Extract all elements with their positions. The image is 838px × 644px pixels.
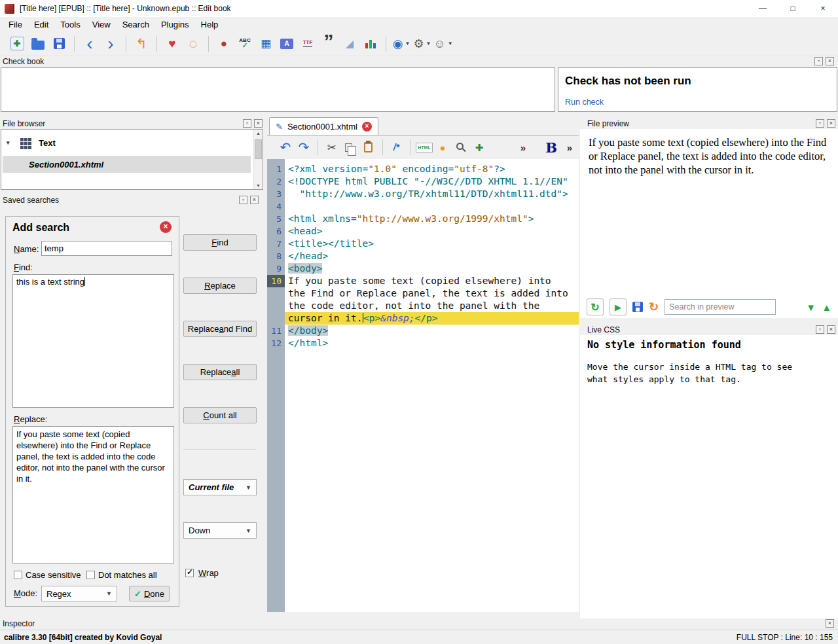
cut-button[interactable]: ✂ xyxy=(323,138,340,156)
menu-search[interactable]: Search xyxy=(117,18,155,31)
bold-button[interactable]: B xyxy=(543,138,560,156)
dot-matches-all-checkbox[interactable] xyxy=(86,571,95,579)
remove-unused-css-button[interactable]: ◢ xyxy=(340,33,359,54)
close-button[interactable]: × xyxy=(808,0,838,17)
tab-section0001[interactable]: ✎ Section0001.xhtml × xyxy=(269,117,378,135)
saved-searches-close-button[interactable]: × xyxy=(250,196,259,204)
save-book-button[interactable] xyxy=(49,33,69,54)
donate-button[interactable]: ♥ xyxy=(162,33,182,54)
create-checkpoint-button[interactable]: ◌ xyxy=(183,33,203,54)
menu-plugins[interactable]: Plugins xyxy=(155,18,195,31)
code-line[interactable]: 10If you paste some text (copied elsewhe… xyxy=(267,275,579,287)
saved-searches-float-button[interactable]: ▫ xyxy=(239,196,247,204)
menu-file[interactable]: File xyxy=(3,18,28,31)
insert-image-button[interactable]: ● xyxy=(434,138,451,156)
insert-comment-button[interactable]: /* xyxy=(388,138,405,156)
tree-group-text[interactable]: ▾ Text xyxy=(1,134,263,151)
code-line[interactable]: 11</body> xyxy=(267,325,579,337)
menu-tools[interactable]: Tools xyxy=(54,18,86,31)
file-preview-close-button[interactable]: × xyxy=(827,119,835,128)
code-line[interactable]: the code editor, not into the panel with… xyxy=(267,300,579,312)
smarten-punctuation-button[interactable]: ” xyxy=(319,31,338,52)
code-line[interactable]: 3 "http://www.w3.org/TR/xhtml11/DTD/xhtm… xyxy=(267,188,579,200)
code-line[interactable]: 7<title></title> xyxy=(267,238,579,250)
code-line[interactable]: 1<?xml version="1.0" encoding="utf-8"?> xyxy=(267,163,579,175)
find-button[interactable]: Find xyxy=(183,234,257,251)
done-button[interactable]: ✓ Done xyxy=(129,586,170,601)
check-results-list[interactable] xyxy=(1,67,555,112)
file-browser-float-button[interactable]: ▫ xyxy=(243,119,251,128)
find-input[interactable]: this is a text string xyxy=(12,274,174,408)
wrap-checkbox[interactable] xyxy=(185,569,194,577)
manage-images-button[interactable]: A xyxy=(277,33,297,54)
scrollbar-thumb[interactable] xyxy=(255,139,262,159)
more-tools-button[interactable]: » xyxy=(515,138,532,156)
go-forward-button[interactable]: › xyxy=(101,33,120,54)
replace-all-button[interactable]: Replace all xyxy=(183,364,257,380)
run-preview-button[interactable]: ▶ xyxy=(610,298,627,315)
save-preview-icon[interactable] xyxy=(632,302,643,312)
check-book-button[interactable]: ● xyxy=(214,33,234,54)
search-scope-select[interactable]: Current file ▼ xyxy=(183,479,257,495)
code-line[interactable]: 2<!DOCTYPE html PUBLIC "-//W3C//DTD XHTM… xyxy=(267,175,579,188)
file-browser-close-button[interactable]: × xyxy=(254,119,263,128)
file-browser-scrollbar[interactable]: ▲ ▼ xyxy=(253,130,263,189)
case-sensitive-checkbox[interactable] xyxy=(14,571,22,579)
run-check-link[interactable]: Run check xyxy=(565,98,604,107)
manage-fonts-button[interactable]: TTF xyxy=(298,33,318,54)
live-css-float-button[interactable]: ▫ xyxy=(816,325,824,334)
refresh-preview-button[interactable]: ↻ xyxy=(587,298,604,315)
menu-edit[interactable]: Edit xyxy=(28,18,54,31)
check-book-float-button[interactable]: ▫ xyxy=(814,57,823,65)
expander-icon[interactable]: ▾ xyxy=(7,139,14,146)
preview-search-input[interactable] xyxy=(665,299,776,315)
new-file-button[interactable]: ✚ xyxy=(7,33,27,54)
mode-select[interactable]: Regex ▼ xyxy=(41,586,117,601)
redo-button[interactable]: ↷ xyxy=(295,138,312,156)
scroll-up-icon[interactable]: ▲ xyxy=(254,131,263,135)
code-line[interactable]: cursor in it.<p>&nbsp;</p> xyxy=(267,312,579,325)
replace-button[interactable]: Replace xyxy=(183,277,257,294)
plugins-menu-button[interactable]: ☺▼ xyxy=(433,33,453,54)
code-line[interactable]: the Find or Replace panel, the text is a… xyxy=(267,287,579,300)
tools-menu-button[interactable]: ⚙▼ xyxy=(412,33,432,54)
open-book-button[interactable] xyxy=(28,33,48,54)
insert-tag-button[interactable]: ✚ xyxy=(471,138,488,156)
tree-item-section0001[interactable]: Section0001.xhtml xyxy=(3,156,251,173)
menu-help[interactable]: Help xyxy=(195,18,225,31)
spell-check-button[interactable]: ABC xyxy=(235,33,255,54)
minimize-button[interactable]: — xyxy=(748,0,778,17)
check-book-close-button[interactable]: × xyxy=(826,57,834,65)
live-css-close-button[interactable]: × xyxy=(827,325,835,334)
beautify-html-button[interactable]: HTML xyxy=(416,138,433,156)
open-in-browser-button[interactable]: ◉▼ xyxy=(392,33,411,54)
search-previous-button[interactable]: ▲ xyxy=(822,302,831,313)
replace-input[interactable]: If you paste some text (copied elsewhere… xyxy=(12,426,174,564)
more-formatting-button[interactable]: » xyxy=(561,138,578,156)
code-line[interactable]: 8</head> xyxy=(267,250,579,262)
menu-view[interactable]: View xyxy=(86,18,117,31)
code-line[interactable]: 9<body> xyxy=(267,262,579,275)
code-line[interactable]: 6<head> xyxy=(267,225,579,238)
go-back-button[interactable]: ‹ xyxy=(80,33,100,54)
copy-button[interactable] xyxy=(342,138,359,156)
file-preview-float-button[interactable]: ▫ xyxy=(816,119,824,128)
code-line[interactable]: 4 xyxy=(267,200,579,213)
scroll-down-icon[interactable]: ▼ xyxy=(254,183,263,188)
reports-button[interactable] xyxy=(361,33,380,54)
add-search-close-button[interactable]: × xyxy=(160,221,172,233)
insert-special-button[interactable]: ▦ xyxy=(256,33,276,54)
undo-button[interactable]: ↶ xyxy=(277,138,294,156)
count-all-button[interactable]: Count all xyxy=(183,407,257,423)
revert-checkpoint-button[interactable]: ↰ xyxy=(132,33,151,54)
name-input[interactable]: temp xyxy=(41,241,172,256)
find-replace-button[interactable] xyxy=(452,138,469,156)
code-editor[interactable]: 1<?xml version="1.0" encoding="utf-8"?>2… xyxy=(267,159,579,612)
code-line[interactable]: 5<html xmlns="http://www.w3.org/1999/xht… xyxy=(267,213,579,225)
replace-and-find-button[interactable]: Replace and Find xyxy=(183,321,257,337)
code-line[interactable]: 12</html> xyxy=(267,337,579,349)
tab-close-button[interactable]: × xyxy=(362,122,372,132)
maximize-button[interactable]: □ xyxy=(778,0,808,17)
reload-icon[interactable]: ↻ xyxy=(649,300,659,314)
inspector-close-button[interactable]: × xyxy=(826,619,834,628)
